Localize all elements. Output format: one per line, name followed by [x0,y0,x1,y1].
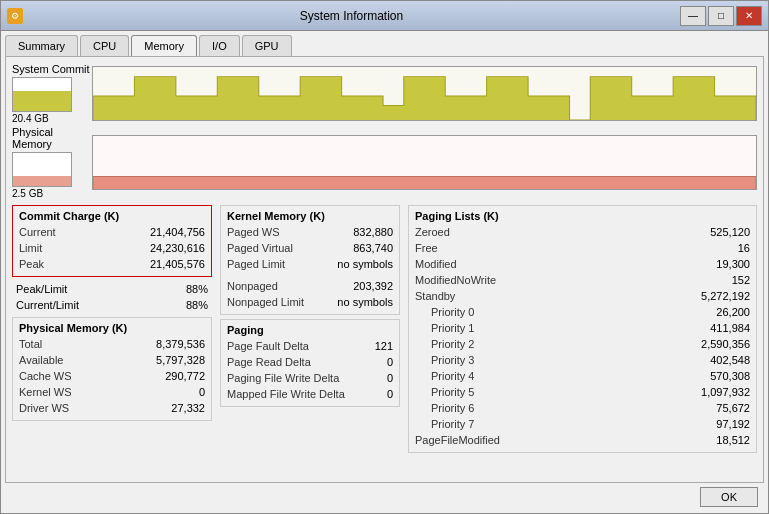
pl-p7-row: Priority 7 97,192 [415,416,750,432]
pl-modifiednowrite-value: 152 [732,272,750,288]
kernel-pagedvirt-row: Paged Virtual 863,740 [227,240,393,256]
paging-lists-section: Paging Lists (K) Zeroed 525,120 Free 16 … [408,205,757,453]
pl-p4-label: Priority 4 [431,368,474,384]
pl-pagefilemodified-value: 18,512 [716,432,750,448]
pl-p5-value: 1,097,932 [701,384,750,400]
phys-total-value: 8,379,536 [156,336,205,352]
pl-free-row: Free 16 [415,240,750,256]
peak-limit-label: Peak/Limit [16,281,67,297]
pl-zeroed-row: Zeroed 525,120 [415,224,750,240]
pl-p3-label: Priority 3 [431,352,474,368]
kernel-nonpaged-row: Nonpaged 203,392 [227,278,393,294]
physical-memory-svg [93,136,756,189]
pl-p3-value: 402,548 [710,352,750,368]
main-window: ⚙ System Information — □ ✕ Summary CPU M… [0,0,769,514]
kernel-pagedlimit-value: no symbols [337,256,393,272]
pl-p6-row: Priority 6 75,672 [415,400,750,416]
pl-p0-row: Priority 0 26,200 [415,304,750,320]
phys-kernelws-value: 0 [199,384,205,400]
pl-modified-value: 19,300 [716,256,750,272]
paging-mappedwritedelta-value: 0 [387,386,393,402]
tab-gpu[interactable]: GPU [242,35,292,56]
commit-current-label: Current [19,224,56,240]
pl-p1-label: Priority 1 [431,320,474,336]
title-bar: ⚙ System Information — □ ✕ [1,1,768,31]
pl-p3-row: Priority 3 402,548 [415,352,750,368]
phys-driverws-label: Driver WS [19,400,69,416]
pl-p1-value: 411,984 [710,320,750,336]
pl-pagefilemodified-label: PageFileModified [415,432,500,448]
paging-section: Paging Page Fault Delta 121 Page Read De… [220,319,400,407]
phys-total-row: Total 8,379,536 [19,336,205,352]
physical-memory-label: Physical Memory [12,126,92,150]
data-col-2: Kernel Memory (K) Paged WS 832,880 Paged… [220,205,400,457]
paging-faultdelta-value: 121 [375,338,393,354]
phys-cachews-value: 290,772 [165,368,205,384]
commit-peak-row: Peak 21,405,576 [19,256,205,272]
pl-p6-label: Priority 6 [431,400,474,416]
phys-driverws-row: Driver WS 27,332 [19,400,205,416]
ok-button[interactable]: OK [700,487,758,507]
window-controls: — □ ✕ [680,6,762,26]
pl-modified-row: Modified 19,300 [415,256,750,272]
system-commit-thumb [12,77,72,112]
maximize-button[interactable]: □ [708,6,734,26]
system-commit-svg [93,67,756,120]
current-limit-value: 88% [186,297,208,313]
commit-limit-label: Limit [19,240,42,256]
kernel-nonpagedlimit-row: Nonpaged Limit no symbols [227,294,393,310]
physical-memory-label-area: Physical Memory 2.5 GB [12,126,92,199]
pl-standby-row: Standby 5,272,192 [415,288,750,304]
commit-charge-title: Commit Charge (K) [19,210,205,222]
app-icon: ⚙ [7,8,23,24]
commit-peak-value: 21,405,576 [150,256,205,272]
kernel-pagedlimit-row: Paged Limit no symbols [227,256,393,272]
pl-modified-label: Modified [415,256,457,272]
physical-memory-thumb-fill [13,176,71,186]
kernel-nonpagedlimit-value: no symbols [337,294,393,310]
pl-p5-row: Priority 5 1,097,932 [415,384,750,400]
pl-free-value: 16 [738,240,750,256]
kernel-pagedws-label: Paged WS [227,224,280,240]
paging-lists-title: Paging Lists (K) [415,210,750,222]
pl-p1-row: Priority 1 411,984 [415,320,750,336]
pl-free-label: Free [415,240,438,256]
ok-button-area: OK [5,483,764,509]
phys-driverws-value: 27,332 [171,400,205,416]
ratios-section: Peak/Limit 88% Current/Limit 88% [12,281,212,313]
close-button[interactable]: ✕ [736,6,762,26]
phys-avail-row: Available 5,797,328 [19,352,205,368]
minimize-button[interactable]: — [680,6,706,26]
paging-title: Paging [227,324,393,336]
paging-faultdelta-label: Page Fault Delta [227,338,309,354]
system-commit-label: System Commit [12,63,90,75]
tab-io[interactable]: I/O [199,35,240,56]
kernel-memory-section: Kernel Memory (K) Paged WS 832,880 Paged… [220,205,400,315]
tab-summary[interactable]: Summary [5,35,78,56]
paging-mappedwritedelta-label: Mapped File Write Delta [227,386,345,402]
pl-standby-value: 5,272,192 [701,288,750,304]
tab-bar: Summary CPU Memory I/O GPU [5,35,764,56]
pl-p2-value: 2,590,356 [701,336,750,352]
paging-readdelta-value: 0 [387,354,393,370]
system-commit-chart [92,66,757,121]
pl-p2-label: Priority 2 [431,336,474,352]
kernel-pagedvirt-label: Paged Virtual [227,240,293,256]
pl-p0-value: 26,200 [716,304,750,320]
pl-p4-row: Priority 4 570,308 [415,368,750,384]
paging-filewritedelta-row: Paging File Write Delta 0 [227,370,393,386]
system-commit-row: System Commit 20.4 GB [12,63,757,124]
paging-faultdelta-row: Page Fault Delta 121 [227,338,393,354]
tab-memory[interactable]: Memory [131,35,197,56]
pl-p5-label: Priority 5 [431,384,474,400]
phys-cachews-label: Cache WS [19,368,72,384]
commit-limit-row: Limit 24,230,616 [19,240,205,256]
charts-area: System Commit 20.4 GB [12,63,757,201]
tab-cpu[interactable]: CPU [80,35,129,56]
pl-standby-label: Standby [415,288,455,304]
physical-memory-row: Physical Memory 2.5 GB [12,126,757,199]
data-col-3: Paging Lists (K) Zeroed 525,120 Free 16 … [408,205,757,457]
commit-limit-value: 24,230,616 [150,240,205,256]
paging-filewritedelta-value: 0 [387,370,393,386]
peak-limit-value: 88% [186,281,208,297]
